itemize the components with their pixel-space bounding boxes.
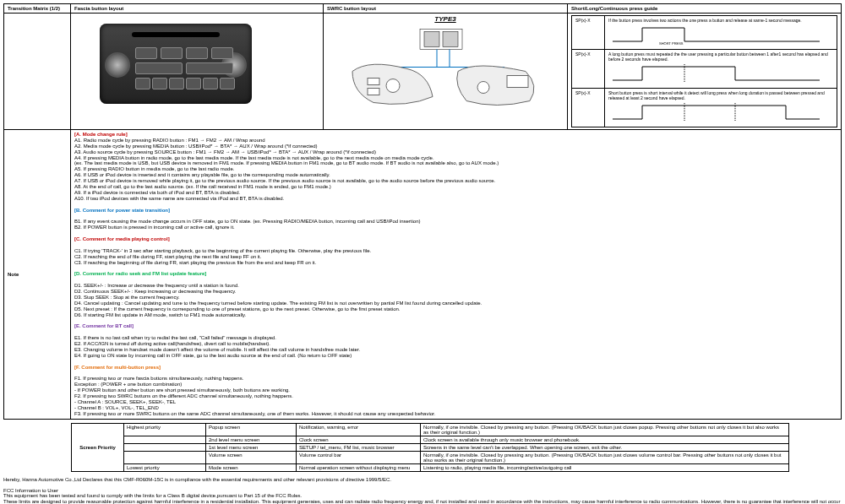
a-line: A1. Radio mode cycle by pressing RADIO b… <box>74 138 837 144</box>
p-r5c1: Mode screen <box>206 463 297 471</box>
note-body: [A. Mode change rule] A1. Radio mode cyc… <box>71 130 842 420</box>
guide-r3-desc: Short button press is short interval whi… <box>605 89 837 127</box>
waveform-short-icon: SHORT PRESS <box>608 23 828 46</box>
col2-header: SWRC button layout <box>324 4 568 14</box>
d-line: D1. SEEK+/- : Increase or decrease the f… <box>74 283 837 289</box>
section-d-title: [D. Comment for radio seek and FM list u… <box>74 271 837 277</box>
a-line: A5. If pressing RADIO button in media mo… <box>74 166 837 172</box>
p-r5c3: Listening to radio, playing media file, … <box>421 463 789 471</box>
priority-row-label: Screen Priority <box>72 423 124 471</box>
f-line: - If POWER button and other button are s… <box>74 387 837 393</box>
col3-header: Short/Long/Continuous press guide <box>568 4 842 14</box>
e-line: E4. If going to ON state by incoming cal… <box>74 353 837 359</box>
c-line: C3. If reaching the beginning of file du… <box>74 260 837 266</box>
svg-rect-9 <box>507 76 528 88</box>
section-b-title: [B. Comment for power state transition] <box>74 208 837 214</box>
a-line: A7. If USB or iPod device is removed whi… <box>74 178 837 184</box>
swrc-layout: TYPE3 <box>324 14 568 130</box>
fcc-line: This equipment has been tested and found… <box>3 493 842 499</box>
guide-r1-code: SP(x)-X <box>572 16 605 50</box>
f-line: - Channel A : SOURCE, SEEK+, SEEK-, TEL <box>74 399 837 405</box>
b-line: B1. If any event causing the mode change… <box>74 219 837 225</box>
guide-r2-code: SP(x)-X <box>572 50 605 89</box>
note-label: Note <box>4 130 71 420</box>
a-line: A8. At the end of call, go to the last a… <box>74 184 837 190</box>
p-r4c1: Volume screen <box>206 451 297 463</box>
d-line: D6. If starting FM list update in AM mod… <box>74 312 837 318</box>
guide-r2-desc: A long button press must repeated the th… <box>605 50 837 89</box>
p-r5c2: Normal operation screen without displayi… <box>297 463 421 471</box>
p-r2c2: Clock screen <box>297 436 421 443</box>
guide-r1-desc: If the button press involves two actions… <box>605 16 837 50</box>
e-line: E2. If ACC/IGN is turned off during acti… <box>74 341 837 347</box>
title-cell: Transition Matrix (1/2) <box>4 4 71 14</box>
d-line: D5. Next preset : If the current frequen… <box>74 306 837 312</box>
f-line: F2. If pressing two SWRC buttons on the … <box>74 393 837 399</box>
waveform-long-icon <box>608 62 828 85</box>
p-r1c3: Normally, if one invisible. Closed by pr… <box>421 423 789 436</box>
svg-rect-1 <box>424 32 439 47</box>
f-line: F1. If pressing two or more fascia butto… <box>74 376 837 382</box>
p-blank <box>124 436 206 443</box>
svg-point-6 <box>386 79 400 93</box>
fcc-info: Hereby, Hanna Automotive Co.,Ltd Declare… <box>3 477 842 504</box>
p-r4c2: Volume control bar <box>297 451 421 463</box>
blank-left <box>4 14 71 130</box>
a-line: A4. If pressing MEDIA button in radio mo… <box>74 155 837 161</box>
p-r2c3: Clock screen is available through only m… <box>421 436 789 443</box>
svg-rect-2 <box>443 32 458 47</box>
svg-rect-8 <box>368 89 379 95</box>
a-line: A6. If USB or iPod device is inserted an… <box>74 172 837 178</box>
a-line: A9. If a iPod device is connected via bo… <box>74 190 837 196</box>
col1-header: Fascia button layout <box>71 4 324 14</box>
waveform-cont-icon <box>608 100 828 124</box>
p-blank <box>124 451 206 463</box>
swrc-diagram-icon <box>327 23 564 111</box>
guide-table: SP(x)-X If the button press involves two… <box>571 15 837 127</box>
a-line: A2. Media mode cycle by pressing MEDIA b… <box>74 144 837 149</box>
p-r3c1: 1st level menu screen <box>206 443 297 451</box>
fcc-line: These limits are designed to provide rea… <box>3 499 842 504</box>
e-line: E1. If there is no last call when try to… <box>74 335 837 341</box>
svg-rect-7 <box>368 79 379 85</box>
d-line: D3. Stop SEEK : Stop at the current freq… <box>74 295 837 301</box>
guide-r3-code: SP(x)-X <box>572 89 605 127</box>
svg-text:SHORT PRESS: SHORT PRESS <box>659 41 684 46</box>
screen-priority-table: Screen Priority Highest priority Popup s… <box>71 423 789 472</box>
radio-unit-icon <box>100 24 252 104</box>
p-blank <box>124 443 206 451</box>
c-line: C1. If trying 'TRACK-' in 3 sec after st… <box>74 248 837 254</box>
p-r2c1: 2nd level menu screen <box>206 436 297 443</box>
section-c-title: [C. Comment for media playing control] <box>74 236 837 242</box>
f-line: - Channel B : VOL+, VOL-, TEL_END <box>74 405 837 411</box>
p-r3c2: SETUP / tel_menu, FM list, music browser <box>297 443 421 451</box>
type3-label: TYPE3 <box>434 15 455 23</box>
svg-point-10 <box>477 82 489 94</box>
priority-highest: Highest priority <box>124 423 206 436</box>
section-f-title: [F. Comment for multi-button press] <box>74 365 837 371</box>
b-line: B2. If POWER button is pressed in incomi… <box>74 225 837 230</box>
p-r1c1: Popup screen <box>206 423 297 436</box>
priority-lowest: Lowest priority <box>124 463 206 471</box>
press-guide: SP(x)-X If the button press involves two… <box>568 14 842 130</box>
p-r3c3: Screens in the same level can't be overl… <box>421 443 789 451</box>
p-r1c2: Notification, warning, error <box>297 423 421 436</box>
c-line: C2. If reaching the end of file during F… <box>74 254 837 260</box>
a-line: (ex. The last media mode is USB, but USB… <box>74 160 837 166</box>
section-e-title: [E. Comment for BT call] <box>74 323 837 329</box>
main-table: Transition Matrix (1/2) Fascia button la… <box>3 3 842 420</box>
fascia-layout <box>71 14 324 130</box>
fcc-line: FCC Information to User <box>3 488 842 494</box>
d-line: D4. Cancel updating : Cancel updating an… <box>74 301 837 306</box>
f-line: Exception : (POWER + one button combinat… <box>74 382 837 387</box>
e-line: E3. Changing volume in handset mode does… <box>74 347 837 353</box>
a-line: A10. If two iPod devices with the same n… <box>74 196 837 202</box>
d-line: D2. Continuous SEEK+/- : Keep increasing… <box>74 289 837 295</box>
p-r4c3: Normally, if one invisible. Closed by pr… <box>421 451 789 463</box>
f-line: F3. If pressing two or more SWRC buttons… <box>74 411 837 417</box>
fcc-line: Hereby, Hanna Automotive Co.,Ltd Declare… <box>3 477 842 483</box>
a-line: A3. Audio source cycle by pressing SOURC… <box>74 149 837 155</box>
section-a-title: [A. Mode change rule] <box>74 132 837 138</box>
